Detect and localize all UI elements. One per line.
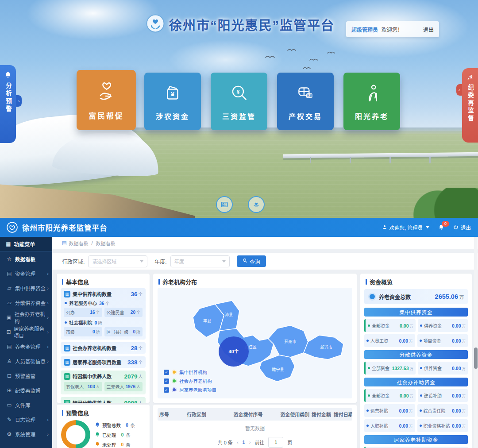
funds-row: 全部资金 0.00 万 建设补助 0.00: [364, 389, 468, 402]
analysis-warning-label: 分析预警: [4, 82, 12, 113]
stat-card-centralized-orgs: ▥ 集中供养机构数量 36 个 养老服务中心 36 个 公: [61, 288, 146, 340]
hero-tile[interactable]: ¥ 三资监管: [211, 73, 267, 130]
analysis-warning-expand[interactable]: ›: [16, 95, 22, 107]
hero-float-button[interactable]: [216, 196, 233, 213]
discipline-supervision-tab[interactable]: ☭ 纪委再监督: [462, 68, 478, 143]
dot-icon: [366, 425, 369, 427]
pagination-page-number[interactable]: 1: [243, 440, 245, 445]
search-button[interactable]: 查询: [237, 255, 266, 267]
sidebar-item-label: 社会办养老机构: [15, 310, 47, 324]
funds-cell: 供养资金 0.00 万: [418, 319, 468, 332]
sidebar-item[interactable]: ⊟ 预警监管: [0, 368, 52, 383]
warning-stat: 已处理 0 条: [95, 432, 135, 438]
pagination-next-button[interactable]: ›: [249, 440, 251, 445]
sidebar-item-label: 预警监管: [15, 372, 35, 379]
funds-row: 人员工资 0.00 万 项目资金 0.00: [364, 334, 468, 347]
stat-chip: 公建民营 20 个: [104, 308, 143, 317]
funds-sections: 集中供养资金 全部资金: [360, 308, 472, 448]
party-emblem-icon: ☭: [467, 73, 473, 81]
hero-user-role[interactable]: 超级管理员: [351, 26, 378, 33]
user-menu[interactable]: 欢迎您, 管理员: [382, 224, 429, 231]
table-header-cell: 资金使用类别: [278, 411, 310, 418]
pagination-total: 共 0 条: [218, 439, 233, 446]
dot-icon: [420, 409, 422, 412]
sidebar-item-icon: ▤: [6, 270, 13, 277]
map-legend-toggle[interactable]: ✓ 居家养老服务项目: [164, 386, 216, 393]
chevron-down-icon: [426, 226, 429, 228]
sidebar-item[interactable]: ✎ 日志管理 ›: [0, 412, 52, 427]
funds-cell: 建设补助 0.00 万: [418, 389, 468, 402]
year-select[interactable]: 年度: [170, 255, 230, 267]
stat-card-centralized-people: ▥ 特困集中供养人数 2079 人 五保老人 103 人: [61, 371, 146, 394]
warning-stats: 预警总数 0 条 已处理 0 条: [95, 422, 135, 448]
region-select[interactable]: 请选择区域: [88, 255, 147, 267]
sidebar-item-label: 养老金管理: [15, 343, 41, 350]
table-header-cell: 行政区划: [185, 411, 232, 418]
sidebar-item[interactable]: ▱ 分散供养资金 ›: [0, 295, 52, 310]
people-icon: ▥: [64, 400, 70, 403]
sidebar-item-icon: ⊡: [6, 329, 12, 335]
table-header-cell: 拨付金额（元）: [310, 411, 332, 418]
sidebar-item-label: 集中供养资金: [15, 285, 46, 292]
sidebar-item[interactable]: ⊡ 居家养老服务项目 ›: [0, 324, 52, 339]
sidebar-item-label: 居家养老服务项目: [14, 325, 47, 339]
map-legend-toggle[interactable]: ✓ 社会办养老机构: [164, 378, 216, 384]
sidebar-item[interactable]: ▤ 养老金管理 ›: [0, 339, 52, 354]
sidebar-item[interactable]: ▭ 文件库: [0, 398, 52, 412]
sidebar-item[interactable]: ▣ 社会办养老机构 ›: [0, 310, 52, 324]
discipline-supervision-expand[interactable]: ‹: [456, 84, 462, 96]
sidebar-item[interactable]: ▤ 资金管理 ›: [0, 266, 52, 281]
hero-tiles: 富民帮促 ¥ 涉农资金 ¥ 三资监管 交易 产权交易: [78, 73, 400, 130]
map-pin-icon: [172, 370, 177, 375]
map-pin-icon: [172, 387, 177, 392]
map-legend: ✓ 集中供养机构 ✓ 社会办养老机构 ✓: [164, 369, 216, 393]
page: 徐州市“阳光惠民”监管平台 超级管理员 欢迎您！ 退出 富民帮促 ¥ 涉农资金: [0, 0, 478, 448]
checkbox-checked-icon[interactable]: ✓: [164, 387, 169, 393]
dot-icon: [420, 324, 422, 327]
sidebar-item[interactable]: ☆ 数据看板: [0, 251, 52, 266]
pagination-page-unit: 页: [287, 439, 292, 446]
checkbox-checked-icon[interactable]: ✓: [164, 370, 169, 375]
sidebar-item[interactable]: ▱ 集中供养资金 ›: [0, 281, 52, 295]
map-legend-toggle[interactable]: ✓ 集中供养机构: [164, 369, 216, 375]
breadcrumb-item[interactable]: 数据看板: [69, 239, 88, 247]
xuzhou-map[interactable]: 丰县 沛县 贾汪区 邳州市 新沂市 睢宁县 40个 ✓: [158, 288, 352, 398]
hero-tile[interactable]: 交易 产权交易: [277, 73, 334, 130]
hero-tile[interactable]: 阳光养老: [343, 73, 400, 130]
svg-text:新沂市: 新沂市: [320, 345, 332, 350]
dot-icon: [420, 425, 422, 427]
sidebar-item-icon: ⊞: [6, 387, 13, 394]
sidebar-item[interactable]: ⊞ 纪委再监督: [0, 383, 52, 398]
checkbox-checked-icon[interactable]: ✓: [164, 378, 169, 384]
dashboard-logo-icon: [6, 221, 18, 233]
table-header-cell: 序号: [158, 411, 185, 418]
funds-cell: 全部资金 0.00 万: [364, 389, 416, 402]
sidebar-item[interactable]: ⚙ 系统管理 ›: [0, 427, 52, 441]
sidebar-item-label: 文件库: [15, 402, 31, 409]
sidebar-item-icon: ⚙: [6, 431, 13, 437]
year-filter-label: 年度:: [154, 258, 166, 265]
hero-tile[interactable]: 富民帮促: [77, 70, 136, 130]
pagination-prev-button[interactable]: ‹: [237, 440, 239, 445]
sidebar-item[interactable]: ♙ 人员基础信息 ›: [0, 354, 52, 368]
notifications-button[interactable]: 0: [438, 224, 444, 231]
pagination-goto-input[interactable]: [268, 437, 283, 448]
chevron-right-icon: ›: [47, 344, 49, 349]
funds-row: 全部资金 0.00 万 供养资金 0.00: [364, 319, 468, 332]
funds-section-header: 社会办补助资金: [364, 378, 468, 386]
hero-logo-icon: [146, 14, 165, 35]
svg-text:沛县: 沛县: [225, 312, 233, 317]
logout-button[interactable]: 退出: [453, 224, 471, 231]
menu-grid-icon: ▦: [6, 241, 11, 247]
document-icon: ▤: [62, 240, 66, 246]
dot-icon: [368, 367, 370, 369]
sidebar-item-icon: ☆: [6, 256, 13, 262]
hero-logout-button[interactable]: 退出: [423, 26, 434, 33]
hero-welcome-text: 欢迎您！: [382, 26, 403, 33]
tile-label: 产权交易: [289, 111, 322, 121]
hero-float-button[interactable]: [248, 196, 265, 213]
analysis-warning-tab[interactable]: 分析预警: [0, 65, 16, 143]
scrollbar-thumb[interactable]: [474, 348, 478, 369]
hero-tile[interactable]: ¥ 涉农资金: [144, 73, 201, 130]
funds-cell: 供养资金 0.00 万: [418, 362, 468, 375]
